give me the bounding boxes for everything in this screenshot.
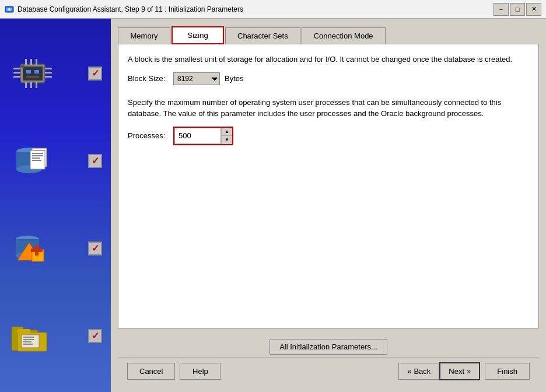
shapes-icon xyxy=(9,232,52,264)
svg-rect-47 xyxy=(23,337,34,338)
documents-icon xyxy=(9,144,55,178)
checkmark-4 xyxy=(88,329,102,343)
block-size-label: Block Size: xyxy=(128,74,169,83)
folder-icon: ? xyxy=(9,318,52,354)
tab-sizing[interactable]: Sizing xyxy=(172,26,224,44)
svg-rect-8 xyxy=(45,68,52,69)
block-size-description: A block is the smallest unit of storage … xyxy=(128,54,529,65)
main-wrapper: ? Memory Sizing Character Sets xyxy=(0,19,546,392)
processes-row: Processes: ▲ ▼ xyxy=(128,127,529,145)
svg-rect-9 xyxy=(45,72,52,74)
processes-section: Specify the maximum number of operating … xyxy=(128,97,529,145)
left-panel-content: ? xyxy=(0,19,111,392)
svg-rect-6 xyxy=(13,72,20,74)
processes-description: Specify the maximum number of operating … xyxy=(128,97,529,120)
svg-rect-11 xyxy=(25,59,27,65)
back-button[interactable]: « Back xyxy=(398,363,439,380)
svg-rect-30 xyxy=(32,153,43,154)
svg-rect-5 xyxy=(13,68,20,69)
svg-rect-19 xyxy=(34,70,39,74)
chip-icon xyxy=(9,57,55,89)
title-bar: Database Configuration Assistant, Step 9… xyxy=(0,0,546,19)
block-size-row: Block Size: 8192 4096 16384 Bytes xyxy=(128,72,529,85)
processes-increment-button[interactable]: ▲ xyxy=(222,128,232,136)
svg-rect-49 xyxy=(23,341,32,342)
icon-row-4: ? xyxy=(9,318,102,354)
processes-label: Processes: xyxy=(128,131,169,140)
app-icon xyxy=(5,5,14,14)
svg-rect-40 xyxy=(31,249,43,252)
svg-rect-50 xyxy=(23,344,33,345)
checkmark-2 xyxy=(88,154,102,168)
finish-button[interactable]: Finish xyxy=(485,363,530,380)
svg-rect-7 xyxy=(13,76,20,78)
processes-input-wrapper: ▲ ▼ xyxy=(173,127,233,145)
all-initialization-parameters-button[interactable]: All Initialization Parameters... xyxy=(270,339,387,355)
maximize-button[interactable]: □ xyxy=(510,3,525,16)
tab-memory[interactable]: Memory xyxy=(118,27,170,44)
svg-rect-18 xyxy=(26,70,31,74)
svg-rect-32 xyxy=(32,158,40,159)
content-box: A block is the smallest unit of storage … xyxy=(118,44,539,328)
bottom-section: All Initialization Parameters... xyxy=(118,333,539,357)
svg-rect-16 xyxy=(36,82,37,88)
svg-rect-10 xyxy=(45,76,52,78)
svg-rect-31 xyxy=(32,155,43,156)
minimize-button[interactable]: − xyxy=(494,3,509,16)
footer: Cancel Help « Back Next » Finish xyxy=(118,357,539,385)
icon-row-2 xyxy=(9,144,102,178)
svg-rect-33 xyxy=(32,160,41,161)
svg-rect-15 xyxy=(30,82,32,88)
window-title: Database Configuration Assistant, Step 9… xyxy=(18,5,490,13)
processes-decrement-button[interactable]: ▼ xyxy=(222,136,232,144)
tabs-container: Memory Sizing Character Sets Connection … xyxy=(118,26,539,44)
svg-rect-48 xyxy=(23,339,34,340)
icon-row-1 xyxy=(9,57,102,89)
right-panel: Memory Sizing Character Sets Connection … xyxy=(111,19,546,392)
checkmark-3 xyxy=(88,242,102,256)
svg-rect-44 xyxy=(18,329,30,334)
left-panel: ? xyxy=(0,19,111,392)
svg-rect-14 xyxy=(25,82,27,88)
icon-row-3 xyxy=(9,232,102,264)
help-button[interactable]: Help xyxy=(180,363,220,380)
bytes-label: Bytes xyxy=(225,74,244,83)
window-controls: − □ ✕ xyxy=(494,3,541,16)
back-label: Back xyxy=(414,367,430,376)
cancel-button[interactable]: Cancel xyxy=(127,363,175,380)
checkmark-1 xyxy=(88,66,102,80)
back-arrow-icon: « xyxy=(407,367,411,376)
close-button[interactable]: ✕ xyxy=(526,3,541,16)
svg-point-17 xyxy=(21,65,24,68)
next-label: Next xyxy=(449,367,464,376)
nav-button-group: « Back Next » xyxy=(398,362,480,380)
next-button[interactable]: Next » xyxy=(439,362,480,380)
tab-connection-mode[interactable]: Connection Mode xyxy=(302,27,386,44)
tab-character-sets[interactable]: Character Sets xyxy=(225,27,300,44)
processes-input[interactable] xyxy=(174,128,221,144)
next-arrow-icon: » xyxy=(467,367,471,376)
svg-rect-12 xyxy=(30,59,32,65)
svg-point-2 xyxy=(8,8,10,10)
block-size-select-wrapper: 8192 4096 16384 xyxy=(173,72,220,85)
processes-spinner: ▲ ▼ xyxy=(221,128,232,144)
block-size-select[interactable]: 8192 4096 16384 xyxy=(173,72,220,85)
svg-rect-4 xyxy=(23,66,43,80)
block-size-section: A block is the smallest unit of storage … xyxy=(128,54,529,85)
svg-rect-20 xyxy=(26,76,39,78)
svg-rect-13 xyxy=(36,59,37,65)
